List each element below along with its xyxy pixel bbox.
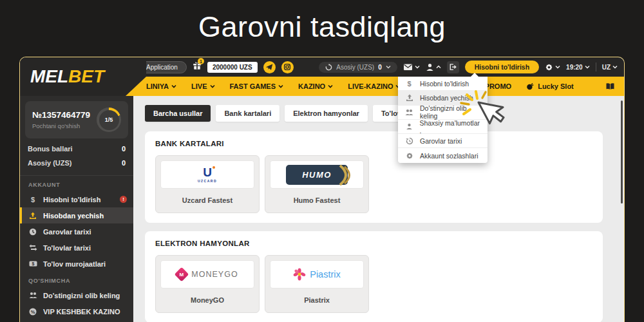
melbet-logo: MELBET	[30, 66, 104, 87]
sidebar: №1357464779 Pochtani qo'shish 1/5 Bonus …	[20, 96, 133, 322]
dropdown-pointer	[470, 73, 479, 77]
bonus-gift-button[interactable]: 1	[193, 61, 202, 73]
balance-row: Asosiy (UZS)0	[28, 159, 126, 167]
withdraw-icon	[28, 212, 37, 220]
nav-item-live-kazino[interactable]: LIVE-KAZINO	[348, 82, 401, 90]
topbar-divider	[596, 62, 596, 71]
nav-item-live[interactable]: LIVE	[191, 82, 214, 90]
humo-logo: HUMO	[270, 160, 364, 189]
nav-item-liniya[interactable]: LINIYA	[146, 82, 176, 90]
sidebar-item-bonuses[interactable]: Bonus va sovg'alar	[20, 319, 133, 322]
sidebar-section-akkaunt: AKKAUNT	[20, 176, 133, 191]
screenshot-stage: Garovni tasdiqlang Application 1 2000000…	[0, 0, 644, 322]
bank-cards-panel: BANK KARTALARI U UZCARD Uzcard Fastest	[145, 131, 603, 223]
nav-item-kazino[interactable]: KAZINO	[298, 82, 333, 90]
chevron-down-icon	[328, 84, 333, 88]
sidebar-item-deposit[interactable]: $ Hisobni to'ldirish !	[20, 191, 133, 207]
content-scrollbar[interactable]	[621, 100, 623, 204]
chevron-down-icon	[386, 65, 391, 69]
sidebar-item-payments-history[interactable]: To'lovlar tarixi	[20, 240, 133, 256]
language-value: UZ	[602, 64, 611, 71]
section-title: BANK KARTALARI	[155, 140, 592, 147]
envelope-icon	[403, 63, 413, 71]
moneygo-logo: M MONEYGO	[160, 260, 254, 289]
sidebar-item-withdraw[interactable]: Hisobdan yechish	[20, 207, 133, 223]
nav-item-fast-games[interactable]: FAST GAMES	[230, 82, 284, 90]
time-selector[interactable]: 19:20	[566, 64, 590, 71]
humo-swoosh	[337, 164, 353, 187]
piastrix-flower-icon	[293, 268, 306, 281]
sidebar-item-payment-requests[interactable]: $ To'lov murojaatlari	[20, 256, 133, 272]
deposit-button[interactable]: Hisobni to'ldirish	[465, 61, 539, 73]
account-type-label: Asosiy (UZS)	[336, 64, 374, 71]
telegram-icon	[265, 63, 273, 71]
logout-button[interactable]	[447, 61, 459, 73]
tab-bank-cards[interactable]: Bank kartalari	[216, 105, 279, 122]
percent-icon: %	[28, 308, 37, 316]
section-title: ELEKTRON HAMYONLAR	[155, 240, 592, 247]
settings-menu-button[interactable]	[545, 63, 560, 71]
people-icon	[28, 292, 37, 299]
logo-block[interactable]: MELBET	[20, 57, 146, 96]
payment-card-moneygo[interactable]: M MONEYGO MoneyGO	[155, 255, 260, 313]
payment-card-uzcard[interactable]: U UZCARD Uzcard Fastest	[155, 155, 260, 213]
messages-button[interactable]	[403, 63, 420, 71]
account-number: №1357464779	[32, 110, 90, 120]
dropdown-item-account-settings[interactable]: Akkaunt sozlashlari	[398, 148, 488, 162]
banknote-icon: $	[28, 260, 37, 267]
history-icon	[405, 137, 413, 145]
people-icon	[405, 109, 413, 116]
sidebar-item-vip-cashback[interactable]: % VIP KESHBEK KAZINO	[20, 303, 133, 319]
bonus-balance: 2000000 UZS	[207, 62, 258, 73]
payment-card-humo[interactable]: HUMO Humo Fastest	[265, 155, 369, 213]
e-wallets-panel: ELEKTRON HAMYONLAR M MONEYGO MoneyGO	[145, 231, 603, 322]
person-icon	[426, 63, 434, 71]
balance-rows: Bonus ballari0 Asosiy (UZS)0	[20, 138, 133, 175]
balance-row: Bonus ballari0	[28, 145, 126, 153]
svg-text:%: %	[31, 308, 35, 314]
account-card: №1357464779 Pochtani qo'shish 1/5	[25, 101, 128, 138]
dollar-icon: $	[28, 196, 37, 204]
chevron-down-icon	[612, 65, 618, 69]
svg-text:$: $	[32, 261, 34, 267]
gift-count-badge: 1	[198, 58, 204, 64]
instagram-button[interactable]	[281, 61, 294, 73]
profile-progress-value: 1/5	[99, 110, 119, 130]
add-email-link[interactable]: Pochtani qo'shish	[32, 122, 90, 129]
uzcard-logo: U UZCARD	[160, 160, 254, 189]
chevron-down-icon	[278, 84, 283, 88]
profile-menu-button[interactable]	[426, 63, 441, 71]
chevron-down-icon	[585, 65, 590, 69]
account-balance-value: 0	[378, 64, 382, 71]
person-icon	[405, 123, 413, 130]
chevron-down-icon	[555, 65, 560, 69]
nav-item-lucky-slot[interactable]: Lucky Slot	[526, 82, 574, 90]
chevron-up-icon	[436, 65, 441, 69]
account-balance-selector[interactable]: Asosiy (UZS) 0	[319, 62, 397, 73]
cursor-click-effect	[450, 87, 507, 145]
tab-e-wallets[interactable]: Elektron hamyonlar	[285, 105, 368, 122]
tab-all-methods[interactable]: Barcha usullar	[145, 105, 211, 122]
withdraw-icon	[405, 94, 413, 102]
time-value: 19:20	[566, 64, 583, 71]
dollar-icon: $	[405, 80, 413, 88]
sidebar-item-bets-history[interactable]: Garovlar tarixi	[20, 223, 133, 240]
sidebar-section-qoshimcha: QO'SHIMCHA	[20, 272, 133, 287]
chevron-down-icon	[415, 65, 420, 69]
logout-icon	[449, 63, 457, 71]
gear-icon	[405, 152, 413, 160]
lucky-slot-icon	[526, 82, 534, 90]
gear-icon	[545, 63, 553, 71]
rules-button[interactable]	[605, 82, 615, 90]
instagram-icon	[283, 63, 291, 71]
language-selector[interactable]: UZ	[602, 64, 618, 71]
book-icon	[605, 82, 615, 90]
page-title: Garovni tasdiqlang	[0, 10, 644, 44]
refresh-icon	[325, 64, 332, 71]
alert-badge: !	[120, 196, 127, 203]
telegram-button[interactable]	[263, 61, 276, 73]
main-content: Barcha usullar Bank kartalari Elektron h…	[133, 96, 625, 322]
chevron-down-icon	[171, 84, 176, 88]
payment-card-piastrix[interactable]: Piastrix Piastrix	[265, 255, 369, 313]
sidebar-item-refer-friend[interactable]: Do'stingizni olib keling	[20, 287, 133, 303]
